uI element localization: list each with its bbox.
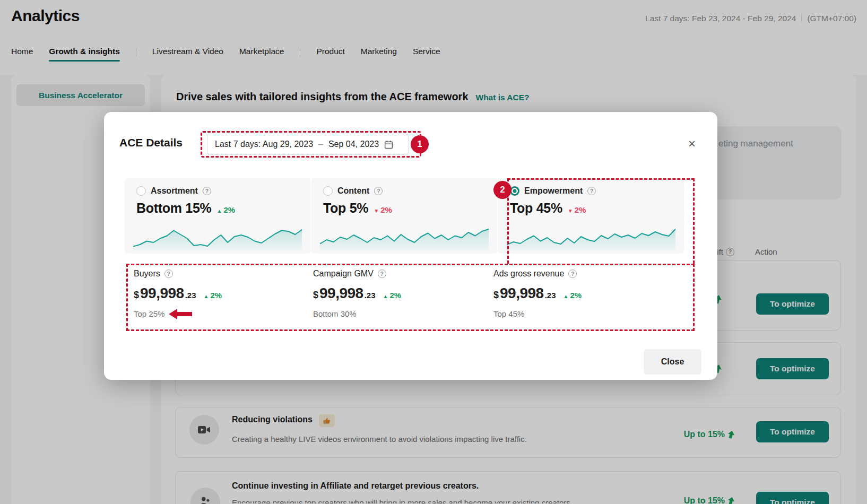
- trend-icon: ▼: [374, 208, 379, 214]
- card-value: Top 5%: [323, 201, 368, 216]
- card-name: Assortment: [151, 186, 198, 196]
- modal-title: ACE Details: [119, 136, 183, 149]
- help-icon[interactable]: [203, 187, 211, 195]
- ace-card-content[interactable]: Content Top 5% ▼2%: [311, 178, 497, 254]
- annotation-box-metrics: [126, 264, 695, 331]
- card-delta: ▼2%: [374, 205, 392, 214]
- annotation-badge-1: 1: [411, 135, 429, 153]
- close-button[interactable]: Close: [644, 349, 701, 375]
- ace-card-assortment[interactable]: Assortment Bottom 15% ▲2%: [125, 178, 310, 254]
- sparkline-chart: [133, 221, 302, 251]
- annotation-box-date-selector: [201, 131, 421, 158]
- annotation-box-empowerment: [507, 178, 695, 264]
- help-icon[interactable]: [374, 187, 383, 195]
- annotation-badge-2: 2: [493, 181, 511, 199]
- card-name: Content: [337, 186, 369, 196]
- trend-icon: ▲: [216, 208, 222, 214]
- radio-content[interactable]: [323, 186, 333, 196]
- card-delta: ▲2%: [216, 205, 235, 214]
- annotation-arrow-left-icon: [168, 308, 193, 320]
- radio-assortment[interactable]: [136, 186, 146, 196]
- sparkline-chart: [320, 221, 489, 251]
- close-icon[interactable]: ×: [683, 135, 700, 152]
- card-value: Bottom 15%: [136, 201, 211, 216]
